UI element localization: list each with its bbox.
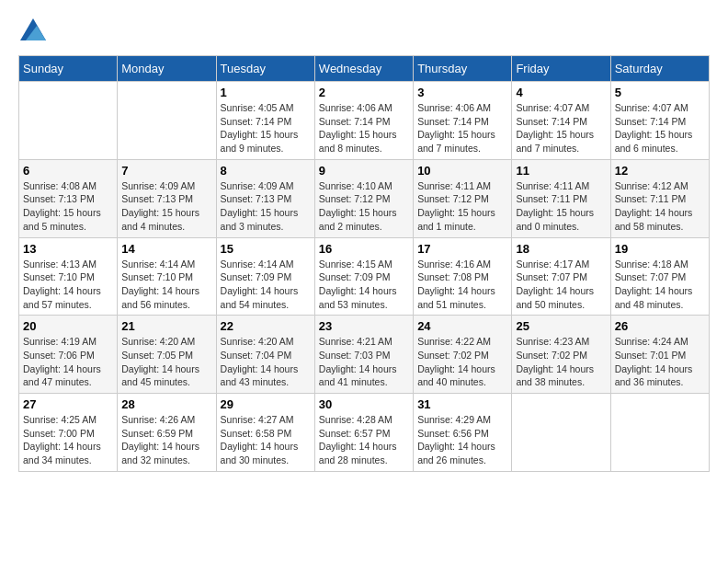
calendar-cell: 23Sunrise: 4:21 AM Sunset: 7:03 PM Dayli…	[314, 316, 413, 394]
day-info: Sunrise: 4:11 AM Sunset: 7:12 PM Dayligh…	[417, 179, 507, 234]
calendar-table: SundayMondayTuesdayWednesdayThursdayFrid…	[18, 55, 710, 472]
day-info: Sunrise: 4:14 AM Sunset: 7:10 PM Dayligh…	[121, 258, 211, 312]
day-number: 8	[221, 164, 311, 178]
day-info: Sunrise: 4:14 AM Sunset: 7:09 PM Dayligh…	[221, 258, 311, 312]
day-info: Sunrise: 4:13 AM Sunset: 7:10 PM Dayligh…	[23, 258, 113, 312]
day-number: 5	[615, 86, 705, 99]
day-number: 20	[23, 319, 113, 333]
day-info: Sunrise: 4:29 AM Sunset: 6:56 PM Dayligh…	[417, 413, 507, 467]
day-number: 18	[516, 242, 606, 256]
day-number: 11	[516, 164, 606, 178]
calendar-week-row: 1Sunrise: 4:05 AM Sunset: 7:14 PM Daylig…	[19, 82, 710, 160]
day-number: 12	[615, 164, 705, 178]
day-number: 9	[319, 164, 409, 178]
day-info: Sunrise: 4:06 AM Sunset: 7:14 PM Dayligh…	[319, 101, 409, 155]
day-number: 6	[23, 164, 113, 178]
logo	[18, 18, 48, 40]
calendar-header-row: SundayMondayTuesdayWednesdayThursdayFrid…	[19, 56, 710, 82]
calendar-cell	[19, 82, 118, 160]
day-info: Sunrise: 4:21 AM Sunset: 7:03 PM Dayligh…	[319, 335, 409, 389]
day-number: 29	[221, 397, 311, 411]
day-number: 21	[121, 319, 211, 333]
calendar-cell: 4Sunrise: 4:07 AM Sunset: 7:14 PM Daylig…	[512, 82, 610, 160]
day-info: Sunrise: 4:20 AM Sunset: 7:04 PM Dayligh…	[221, 335, 311, 389]
day-number: 31	[417, 397, 507, 411]
calendar-cell: 13Sunrise: 4:13 AM Sunset: 7:10 PM Dayli…	[19, 237, 118, 316]
day-number: 30	[319, 397, 409, 411]
day-info: Sunrise: 4:22 AM Sunset: 7:02 PM Dayligh…	[417, 335, 507, 389]
page-header	[18, 18, 710, 40]
day-info: Sunrise: 4:19 AM Sunset: 7:06 PM Dayligh…	[23, 335, 113, 389]
day-info: Sunrise: 4:07 AM Sunset: 7:14 PM Dayligh…	[615, 101, 705, 155]
calendar-cell: 20Sunrise: 4:19 AM Sunset: 7:06 PM Dayli…	[19, 316, 118, 394]
day-info: Sunrise: 4:12 AM Sunset: 7:11 PM Dayligh…	[615, 179, 705, 234]
day-number: 15	[221, 242, 311, 256]
calendar-day-header: Friday	[512, 56, 610, 82]
day-info: Sunrise: 4:09 AM Sunset: 7:13 PM Dayligh…	[221, 179, 311, 234]
day-info: Sunrise: 4:27 AM Sunset: 6:58 PM Dayligh…	[221, 413, 311, 467]
logo-icon	[20, 18, 46, 40]
calendar-week-row: 6Sunrise: 4:08 AM Sunset: 7:13 PM Daylig…	[19, 159, 710, 237]
day-info: Sunrise: 4:16 AM Sunset: 7:08 PM Dayligh…	[417, 258, 507, 312]
calendar-cell: 25Sunrise: 4:23 AM Sunset: 7:02 PM Dayli…	[512, 316, 610, 394]
calendar-cell: 2Sunrise: 4:06 AM Sunset: 7:14 PM Daylig…	[314, 82, 413, 160]
day-number: 26	[615, 319, 705, 333]
day-number: 16	[319, 242, 409, 256]
calendar-cell: 18Sunrise: 4:17 AM Sunset: 7:07 PM Dayli…	[512, 237, 610, 316]
day-info: Sunrise: 4:11 AM Sunset: 7:11 PM Dayligh…	[516, 179, 606, 234]
calendar-cell: 7Sunrise: 4:09 AM Sunset: 7:13 PM Daylig…	[118, 159, 216, 237]
day-number: 3	[417, 86, 507, 99]
calendar-cell: 30Sunrise: 4:28 AM Sunset: 6:57 PM Dayli…	[314, 394, 413, 472]
day-number: 14	[121, 242, 211, 256]
day-info: Sunrise: 4:18 AM Sunset: 7:07 PM Dayligh…	[615, 258, 705, 312]
day-info: Sunrise: 4:26 AM Sunset: 6:59 PM Dayligh…	[121, 413, 211, 467]
day-number: 4	[516, 86, 606, 99]
calendar-cell: 27Sunrise: 4:25 AM Sunset: 7:00 PM Dayli…	[19, 394, 118, 472]
calendar-cell: 9Sunrise: 4:10 AM Sunset: 7:12 PM Daylig…	[314, 159, 413, 237]
calendar-cell	[512, 394, 610, 472]
calendar-cell: 17Sunrise: 4:16 AM Sunset: 7:08 PM Dayli…	[414, 237, 512, 316]
day-info: Sunrise: 4:17 AM Sunset: 7:07 PM Dayligh…	[516, 258, 606, 312]
day-info: Sunrise: 4:10 AM Sunset: 7:12 PM Dayligh…	[319, 179, 409, 234]
calendar-cell	[610, 394, 709, 472]
day-number: 22	[221, 319, 311, 333]
calendar-cell: 24Sunrise: 4:22 AM Sunset: 7:02 PM Dayli…	[414, 316, 512, 394]
calendar-week-row: 13Sunrise: 4:13 AM Sunset: 7:10 PM Dayli…	[19, 237, 710, 316]
day-info: Sunrise: 4:25 AM Sunset: 7:00 PM Dayligh…	[23, 413, 113, 467]
day-number: 19	[615, 242, 705, 256]
day-info: Sunrise: 4:28 AM Sunset: 6:57 PM Dayligh…	[319, 413, 409, 467]
calendar-cell: 12Sunrise: 4:12 AM Sunset: 7:11 PM Dayli…	[610, 159, 709, 237]
calendar-day-header: Thursday	[414, 56, 512, 82]
calendar-cell: 6Sunrise: 4:08 AM Sunset: 7:13 PM Daylig…	[19, 159, 118, 237]
day-number: 25	[516, 319, 606, 333]
calendar-cell: 22Sunrise: 4:20 AM Sunset: 7:04 PM Dayli…	[216, 316, 314, 394]
calendar-day-header: Tuesday	[216, 56, 314, 82]
calendar-cell: 19Sunrise: 4:18 AM Sunset: 7:07 PM Dayli…	[610, 237, 709, 316]
day-number: 23	[319, 319, 409, 333]
calendar-cell: 15Sunrise: 4:14 AM Sunset: 7:09 PM Dayli…	[216, 237, 314, 316]
calendar-cell: 26Sunrise: 4:24 AM Sunset: 7:01 PM Dayli…	[610, 316, 709, 394]
day-number: 28	[121, 397, 211, 411]
calendar-day-header: Saturday	[610, 56, 709, 82]
day-number: 27	[23, 397, 113, 411]
day-number: 24	[417, 319, 507, 333]
calendar-day-header: Wednesday	[314, 56, 413, 82]
day-info: Sunrise: 4:15 AM Sunset: 7:09 PM Dayligh…	[319, 258, 409, 312]
day-info: Sunrise: 4:07 AM Sunset: 7:14 PM Dayligh…	[516, 101, 606, 155]
calendar-cell: 31Sunrise: 4:29 AM Sunset: 6:56 PM Dayli…	[414, 394, 512, 472]
day-number: 13	[23, 242, 113, 256]
calendar-cell: 14Sunrise: 4:14 AM Sunset: 7:10 PM Dayli…	[118, 237, 216, 316]
day-number: 10	[417, 164, 507, 178]
calendar-cell: 29Sunrise: 4:27 AM Sunset: 6:58 PM Dayli…	[216, 394, 314, 472]
day-number: 1	[221, 86, 311, 99]
calendar-cell: 16Sunrise: 4:15 AM Sunset: 7:09 PM Dayli…	[314, 237, 413, 316]
calendar-day-header: Monday	[118, 56, 216, 82]
day-info: Sunrise: 4:06 AM Sunset: 7:14 PM Dayligh…	[417, 101, 507, 155]
calendar-day-header: Sunday	[19, 56, 118, 82]
calendar-cell: 8Sunrise: 4:09 AM Sunset: 7:13 PM Daylig…	[216, 159, 314, 237]
calendar-cell: 3Sunrise: 4:06 AM Sunset: 7:14 PM Daylig…	[414, 82, 512, 160]
calendar-cell: 11Sunrise: 4:11 AM Sunset: 7:11 PM Dayli…	[512, 159, 610, 237]
day-info: Sunrise: 4:08 AM Sunset: 7:13 PM Dayligh…	[23, 179, 113, 234]
day-info: Sunrise: 4:09 AM Sunset: 7:13 PM Dayligh…	[121, 179, 211, 234]
calendar-cell: 28Sunrise: 4:26 AM Sunset: 6:59 PM Dayli…	[118, 394, 216, 472]
